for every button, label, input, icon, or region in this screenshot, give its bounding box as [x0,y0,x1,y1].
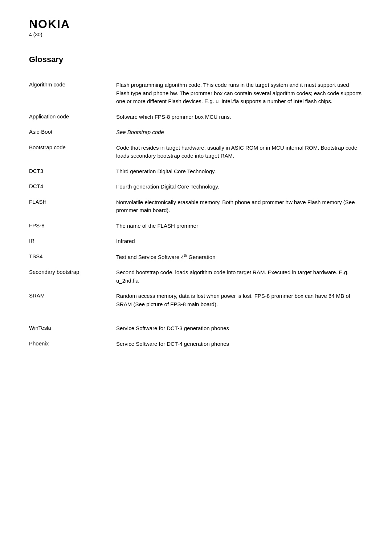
glossary-definition: Second bootstrap code, loads algorithm c… [116,268,363,285]
glossary-term: Phoenix [29,340,116,347]
glossary-row: IRInfrared [29,234,363,249]
glossary-row: Application codeSoftware which FPS-8 pro… [29,109,363,125]
glossary-row: PhoenixService Software for DCT-4 genera… [29,336,363,352]
glossary-term: WinTesla [29,324,116,331]
glossary-term: TSS4 [29,253,116,259]
glossary-row: FPS-8The name of the FLASH prommer [29,218,363,234]
glossary-definition: Code that resides in target hardware, us… [116,144,363,160]
glossary-row: DCT3Third generation Digital Core Techno… [29,164,363,179]
glossary-definition: Service Software for DCT-3 generation ph… [116,324,363,333]
glossary-definition: Software which FPS-8 prommer box MCU run… [116,113,363,121]
glossary-definition: Nonvolatile electronically erasable memo… [116,198,363,215]
glossary-definition: Test and Service Software 4th Generation [116,253,363,262]
glossary-definition: Third generation Digital Core Technology… [116,167,363,176]
glossary-definition: Service Software for DCT-4 generation ph… [116,340,363,348]
glossary-row: WinTeslaService Software for DCT-3 gener… [29,321,363,336]
page-number: 4 (30) [29,32,363,37]
glossary-row: SRAMRandom access memory, data is lost w… [29,288,363,312]
glossary-definition: Flash programming algorithm code. This c… [116,81,363,106]
glossary-row: Algorithm codeFlash programming algorith… [29,77,363,109]
glossary-row: FLASHNonvolatile electronically erasable… [29,195,363,218]
glossary-row: Secondary bootstrapSecond bootstrap code… [29,265,363,288]
glossary-definition: Fourth generation Digital Core Technolog… [116,183,363,191]
glossary-term: Asic-Boot [29,128,116,135]
glossary-term: Algorithm code [29,81,116,88]
glossary-row: Bootstrap codeCode that resides in targe… [29,140,363,164]
glossary-row: TSS4Test and Service Software 4th Genera… [29,249,363,265]
section-title: Glossary [29,55,363,66]
glossary-term: Application code [29,113,116,119]
glossary-row: DCT4Fourth generation Digital Core Techn… [29,179,363,195]
glossary-term: Secondary bootstrap [29,268,116,275]
glossary-definition: See Bootstrap code [116,128,363,137]
glossary-term: FPS-8 [29,222,116,228]
glossary-list: Algorithm codeFlash programming algorith… [29,77,363,352]
glossary-term: IR [29,237,116,244]
glossary-term: FLASH [29,198,116,205]
glossary-term: Bootstrap code [29,144,116,150]
glossary-term: DCT3 [29,167,116,174]
glossary-term: DCT4 [29,183,116,189]
glossary-term: SRAM [29,292,116,299]
glossary-row: Asic-BootSee Bootstrap code [29,125,363,140]
glossary-definition: The name of the FLASH prommer [116,222,363,230]
logo: NOKIA [29,17,363,31]
glossary-definition: Random access memory, data is lost when … [116,292,363,308]
glossary-definition: Infrared [116,237,363,246]
